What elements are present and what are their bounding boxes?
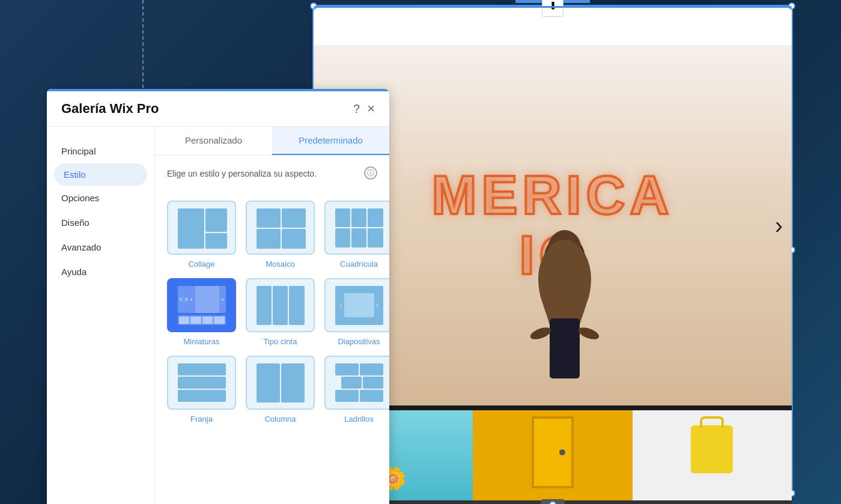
panel-tabs: Personalizado Predeterminado bbox=[155, 127, 389, 156]
sidebar-item-ayuda[interactable]: Ayuda bbox=[47, 260, 154, 284]
style-item-tipo-cinta[interactable]: Tipo cinta bbox=[246, 278, 315, 346]
door-element bbox=[532, 416, 574, 488]
style-item-cuadricula[interactable]: Cuadrícula bbox=[324, 201, 389, 269]
download-icon-top[interactable]: ⬇ bbox=[542, 0, 563, 17]
handle-bot-center[interactable] bbox=[549, 501, 556, 504]
style-thumb-ladrillos bbox=[324, 356, 389, 410]
sidebar-item-opciones[interactable]: Opciones bbox=[47, 186, 154, 210]
style-thumb-diapositivas: ‹ › bbox=[324, 278, 389, 332]
panel-close-icon[interactable]: × bbox=[367, 101, 375, 117]
style-description: Elige un estilo y personaliza su aspecto… bbox=[167, 168, 317, 180]
sidebar-item-estilo[interactable]: Estilo bbox=[54, 163, 147, 186]
style-grid: Collage Mosaico bbox=[167, 201, 377, 424]
style-label-columna: Columna bbox=[264, 414, 296, 424]
style-label-mosaico: Mosaico bbox=[266, 260, 294, 269]
style-label-miniaturas: Miniaturas bbox=[184, 337, 220, 346]
style-label-ladrillos: Ladrillos bbox=[344, 414, 373, 424]
panel-title: Galería Wix Pro bbox=[61, 101, 159, 117]
svg-point-3 bbox=[529, 325, 552, 341]
style-item-ladrillos[interactable]: Ladrillos bbox=[324, 356, 389, 424]
panel-content: Personalizado Predeterminado Elige un es… bbox=[155, 127, 389, 504]
style-label-cuadricula: Cuadrícula bbox=[340, 260, 378, 269]
style-thumb-cuadricula bbox=[324, 201, 389, 255]
panel-sidebar: Principal Estilo Opciones Diseño Avanzad… bbox=[47, 127, 155, 504]
style-thumb-collage bbox=[167, 201, 236, 255]
woman-silhouette bbox=[505, 225, 625, 405]
panel-header: Galería Wix Pro ? × bbox=[47, 89, 389, 127]
panel-blue-top-bar bbox=[47, 89, 389, 91]
style-label-collage: Collage bbox=[188, 260, 214, 269]
tab-personalizado[interactable]: Personalizado bbox=[155, 127, 272, 155]
thumbnail-2[interactable] bbox=[473, 410, 632, 500]
style-item-franja[interactable]: Franja bbox=[167, 356, 236, 424]
info-icon[interactable]: ⓘ bbox=[364, 166, 377, 180]
style-item-miniaturas[interactable]: ‹ › bbox=[167, 278, 236, 346]
style-thumb-mosaico bbox=[246, 201, 315, 255]
panel-content-inner: Elige un estilo y personaliza su aspecto… bbox=[155, 156, 389, 436]
style-thumb-franja bbox=[167, 356, 236, 410]
style-label-diapositivas: Diapositivas bbox=[338, 337, 380, 346]
style-item-collage[interactable]: Collage bbox=[167, 201, 236, 269]
svg-rect-2 bbox=[550, 318, 580, 378]
panel-body: Principal Estilo Opciones Diseño Avanzad… bbox=[47, 127, 389, 504]
style-item-columna[interactable]: Columna bbox=[246, 356, 315, 424]
neon-line-1: MERICA bbox=[432, 168, 674, 222]
gallery-next-arrow[interactable]: › bbox=[775, 212, 783, 239]
tab-predeterminado[interactable]: Predeterminado bbox=[272, 127, 389, 155]
style-label-franja: Franja bbox=[190, 414, 213, 424]
style-label-tipo-cinta: Tipo cinta bbox=[264, 337, 297, 346]
door-knob bbox=[559, 449, 565, 455]
thumbnail-3[interactable] bbox=[633, 410, 792, 500]
sidebar-item-diseno[interactable]: Diseño bbox=[47, 210, 154, 235]
panel-help-icon[interactable]: ? bbox=[353, 102, 360, 116]
style-item-diapositivas[interactable]: ‹ › Diapositivas bbox=[324, 278, 389, 346]
style-thumb-tipo-cinta bbox=[246, 278, 315, 332]
bag-element bbox=[691, 425, 733, 473]
style-thumb-columna bbox=[246, 356, 315, 410]
settings-panel: Galería Wix Pro ? × Principal Estilo Opc… bbox=[47, 89, 389, 504]
sidebar-item-avanzado[interactable]: Avanzado bbox=[47, 235, 154, 260]
sidebar-item-principal[interactable]: Principal bbox=[47, 139, 154, 163]
svg-point-4 bbox=[577, 325, 600, 341]
style-item-mosaico[interactable]: Mosaico bbox=[246, 201, 315, 269]
style-thumb-miniaturas: ‹ › bbox=[167, 278, 236, 332]
bag-handle bbox=[700, 416, 724, 428]
panel-header-icons: ? × bbox=[353, 101, 375, 117]
